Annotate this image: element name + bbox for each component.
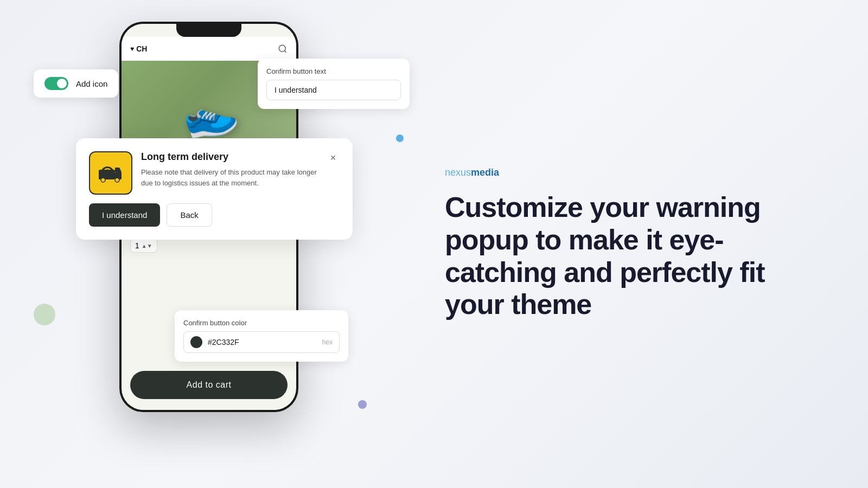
quantity-row: 1 ▲▼	[130, 239, 288, 253]
phone-logo-text: CH	[136, 44, 147, 53]
confirm-color-card: Confirm button color #2C332F hex	[175, 310, 348, 362]
decorative-dot-blue	[396, 134, 404, 142]
color-format-label: hex	[322, 338, 333, 346]
right-section: nexusmedia Customize your warning popup …	[412, 0, 868, 488]
quantity-selector[interactable]: 1 ▲▼	[130, 239, 157, 253]
confirm-text-input[interactable]	[266, 80, 401, 100]
svg-rect-5	[99, 170, 115, 179]
heart-icon: ♥	[130, 45, 134, 53]
confirm-button[interactable]: I understand	[89, 203, 160, 227]
svg-point-9	[115, 178, 119, 182]
add-icon-toggle[interactable]	[44, 77, 68, 90]
color-swatch	[190, 336, 202, 348]
add-icon-label: Add icon	[76, 79, 107, 88]
brand-nexus: nexus	[445, 167, 471, 178]
popup-content: Long term delivery Please note that deli…	[141, 151, 318, 188]
phone-logo: ♥ CH	[130, 44, 147, 53]
back-button[interactable]: Back	[167, 203, 212, 227]
phone-header: ♥ CH	[122, 37, 296, 61]
add-to-cart-label: Add to cart	[187, 380, 232, 390]
phone-search-icon	[278, 44, 288, 54]
confirm-text-label: Confirm button text	[266, 67, 401, 75]
color-hex-value: #2C332F	[208, 338, 317, 346]
quantity-value: 1	[135, 241, 139, 250]
delivery-truck-icon	[98, 160, 124, 186]
add-to-cart-button[interactable]: Add to cart	[130, 371, 288, 399]
popup-icon-box	[89, 151, 132, 195]
confirm-color-label: Confirm button color	[183, 319, 340, 327]
popup-header: Long term delivery Please note that deli…	[89, 151, 340, 195]
popup-close-button[interactable]: ×	[327, 151, 340, 164]
color-input-row[interactable]: #2C332F hex	[183, 331, 340, 353]
add-icon-card: Add icon	[34, 69, 118, 98]
toggle-knob	[57, 79, 67, 88]
popup-text: Please note that delivery of this produc…	[141, 167, 318, 188]
warning-popup: Long term delivery Please note that deli…	[76, 138, 353, 240]
svg-marker-7	[115, 168, 122, 172]
brand-name: nexusmedia	[445, 167, 814, 178]
phone-notch	[176, 24, 241, 37]
popup-title: Long term delivery	[141, 151, 318, 163]
popup-buttons: I understand Back	[89, 203, 340, 227]
decorative-dot-purple	[358, 400, 367, 409]
svg-point-0	[279, 45, 285, 52]
decorative-dot-green	[34, 304, 55, 325]
quantity-arrows: ▲▼	[142, 243, 152, 249]
headline: Customize your warning popup to make it …	[445, 191, 814, 321]
confirm-text-card: Confirm button text	[258, 59, 410, 109]
svg-point-8	[101, 178, 105, 182]
brand-media: media	[471, 167, 499, 178]
